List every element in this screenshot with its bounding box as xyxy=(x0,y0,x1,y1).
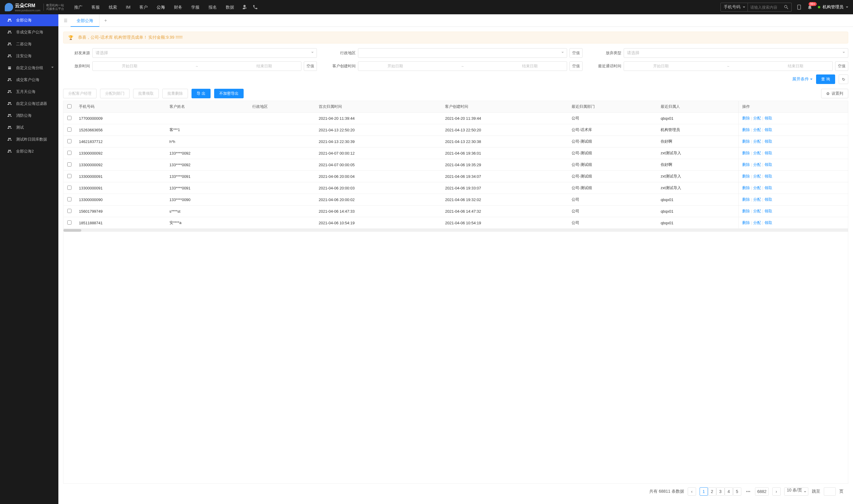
nav-item-7[interactable]: 学服 xyxy=(187,0,204,14)
nav-item-6[interactable]: 财务 xyxy=(170,0,186,14)
row-claim-link[interactable]: 领取 xyxy=(765,220,772,225)
sidebar-item-10[interactable]: 测试昨日回库数据 xyxy=(0,133,58,145)
bulk-claim-button[interactable]: 批量领取 xyxy=(133,89,159,98)
nav-item-0[interactable]: 推广 xyxy=(70,0,87,14)
row-claim-link[interactable]: 领取 xyxy=(765,116,772,120)
row-delete-link[interactable]: 删除 xyxy=(742,139,750,144)
search-icon[interactable] xyxy=(784,4,789,10)
row-delete-link[interactable]: 删除 xyxy=(742,209,750,213)
row-assign-link[interactable]: 分配 xyxy=(753,209,761,213)
user-menu[interactable]: 机构管理员 xyxy=(818,4,848,10)
abandon-time-null-button[interactable]: 空值 xyxy=(304,61,317,71)
export-plain-button[interactable]: 不加密导出 xyxy=(214,89,243,98)
row-assign-link[interactable]: 分配 xyxy=(753,127,761,132)
region-select[interactable] xyxy=(358,48,567,58)
sidebar-item-4[interactable]: 自定义公海分组 xyxy=(0,62,58,74)
export-button[interactable]: 导 出 xyxy=(192,89,211,98)
row-claim-link[interactable]: 领取 xyxy=(765,185,772,190)
notifications-icon[interactable]: 99+ xyxy=(807,4,813,10)
config-columns-button[interactable]: ⚙设置列 xyxy=(821,89,848,98)
row-checkbox[interactable] xyxy=(67,209,72,213)
nav-item-2[interactable]: 线索 xyxy=(105,0,121,14)
horizontal-scrollbar[interactable] xyxy=(63,229,848,232)
page-number-button[interactable]: 2 xyxy=(708,487,716,496)
row-assign-link[interactable]: 分配 xyxy=(753,174,761,178)
created-time-range[interactable]: 开始日期~结束日期 xyxy=(358,61,567,71)
row-claim-link[interactable]: 领取 xyxy=(765,151,772,155)
tab-active[interactable]: 全部公海 xyxy=(71,14,99,27)
row-checkbox[interactable] xyxy=(67,139,72,143)
friend-source-select[interactable]: 请选择 xyxy=(92,48,317,58)
abandon-type-select[interactable]: 请选择 xyxy=(624,48,848,58)
page-number-button[interactable]: 3 xyxy=(716,487,725,496)
add-user-icon[interactable] xyxy=(242,4,247,10)
row-assign-link[interactable]: 分配 xyxy=(753,116,761,120)
row-assign-link[interactable]: 分配 xyxy=(753,151,761,155)
bulk-delete-button[interactable]: 批量删除 xyxy=(162,89,188,98)
next-page-button[interactable]: › xyxy=(772,487,781,496)
nav-item-5[interactable]: 公海 xyxy=(152,0,169,14)
phone-icon[interactable] xyxy=(253,4,258,10)
sidebar-item-6[interactable]: 五月天公海 xyxy=(0,86,58,98)
sidebar-item-11[interactable]: 全部公海2 xyxy=(0,145,58,157)
row-delete-link[interactable]: 删除 xyxy=(742,220,750,225)
row-assign-link[interactable]: 分配 xyxy=(753,162,761,167)
tab-add-button[interactable]: + xyxy=(99,18,112,23)
row-checkbox[interactable] xyxy=(67,174,72,178)
last-page-button[interactable]: 6882 xyxy=(755,487,768,496)
nav-item-1[interactable]: 客服 xyxy=(87,0,104,14)
sidebar-item-5[interactable]: 成交客户公海 xyxy=(0,74,58,86)
row-checkbox[interactable] xyxy=(67,185,72,190)
search-input[interactable] xyxy=(748,5,784,10)
search-type-select[interactable]: 手机号码 xyxy=(721,3,748,12)
row-claim-link[interactable]: 领取 xyxy=(765,162,772,167)
row-delete-link[interactable]: 删除 xyxy=(742,162,750,167)
row-delete-link[interactable]: 删除 xyxy=(742,197,750,202)
logo[interactable]: 云朵CRM www.yunduocrm.com 教育机构一站式服务云平台 xyxy=(5,3,64,12)
page-number-button[interactable]: 4 xyxy=(725,487,733,496)
row-delete-link[interactable]: 删除 xyxy=(742,127,750,132)
row-claim-link[interactable]: 领取 xyxy=(765,139,772,144)
device-icon[interactable] xyxy=(796,4,802,10)
sidebar-item-3[interactable]: 注安公海 xyxy=(0,50,58,62)
created-time-null-button[interactable]: 空值 xyxy=(569,61,583,71)
row-claim-link[interactable]: 领取 xyxy=(765,127,772,132)
nav-item-8[interactable]: 报名 xyxy=(204,0,221,14)
sidebar-item-8[interactable]: 消防公海 xyxy=(0,110,58,122)
expand-filters-link[interactable]: 展开条件 xyxy=(792,76,813,82)
row-assign-link[interactable]: 分配 xyxy=(753,139,761,144)
assign-dept-button[interactable]: 分配到部门 xyxy=(100,89,130,98)
page-number-button[interactable]: 5 xyxy=(733,487,741,496)
row-assign-link[interactable]: 分配 xyxy=(753,220,761,225)
region-null-button[interactable]: 空值 xyxy=(569,48,583,58)
row-delete-link[interactable]: 删除 xyxy=(742,151,750,155)
row-checkbox[interactable] xyxy=(67,197,72,201)
nav-item-9[interactable]: 数据 xyxy=(222,0,238,14)
last-call-range[interactable]: 开始日期~结束日期 xyxy=(624,61,833,71)
page-number-button[interactable]: 1 xyxy=(700,487,708,496)
last-call-null-button[interactable]: 空值 xyxy=(835,61,848,71)
row-delete-link[interactable]: 删除 xyxy=(742,185,750,190)
sidebar-item-2[interactable]: 二咨公海 xyxy=(0,38,58,50)
tabs-menu-icon[interactable]: ☰ xyxy=(61,18,71,23)
row-checkbox[interactable] xyxy=(67,162,72,166)
nav-item-3[interactable]: IM xyxy=(122,0,135,14)
sidebar-item-9[interactable]: 测试 xyxy=(0,122,58,133)
prev-page-button[interactable]: ‹ xyxy=(688,487,696,496)
row-checkbox[interactable] xyxy=(67,116,72,120)
row-claim-link[interactable]: 领取 xyxy=(765,174,772,178)
assign-manager-button[interactable]: 分配客户经理 xyxy=(63,89,96,98)
row-assign-link[interactable]: 分配 xyxy=(753,197,761,202)
page-size-select[interactable]: 10 条/页 xyxy=(784,487,808,496)
nav-item-4[interactable]: 客户 xyxy=(135,0,152,14)
sidebar-item-0[interactable]: 全部公海 xyxy=(0,14,58,26)
row-delete-link[interactable]: 删除 xyxy=(742,174,750,178)
row-checkbox[interactable] xyxy=(67,151,72,155)
row-claim-link[interactable]: 领取 xyxy=(765,209,772,213)
row-assign-link[interactable]: 分配 xyxy=(753,185,761,190)
refresh-button[interactable]: ↻ xyxy=(839,74,848,84)
select-all-checkbox[interactable] xyxy=(67,104,72,108)
jump-page-input[interactable] xyxy=(824,487,836,496)
sidebar-item-7[interactable]: 自定义公海过滤器 xyxy=(0,98,58,110)
row-delete-link[interactable]: 删除 xyxy=(742,116,750,120)
